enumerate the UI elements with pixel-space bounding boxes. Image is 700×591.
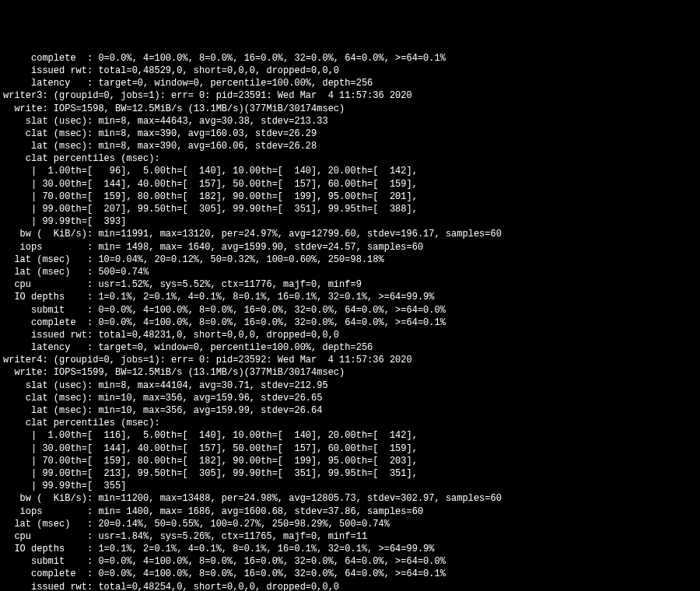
terminal-line: lat (msec): min=8, max=390, avg=160.06, … [3,140,697,152]
terminal-line: latency : target=0, window=0, percentile… [3,341,697,354]
terminal-line: bw ( KiB/s): min=11200, max=13488, per=2… [3,492,697,505]
terminal-line: | 30.00th=[ 144], 40.00th=[ 157], 50.00t… [3,178,697,191]
terminal-line: slat (usec): min=8, max=44643, avg=30.38… [3,115,697,128]
terminal-line: write: IOPS=1599, BW=12.5MiB/s (13.1MB/s… [3,366,697,379]
terminal-line: submit : 0=0.0%, 4=100.0%, 8=0.0%, 16=0.… [3,555,697,568]
terminal-line: slat (usec): min=8, max=44104, avg=30.71… [3,379,697,392]
terminal-line: | 99.00th=[ 207], 99.50th=[ 305], 99.90t… [3,203,697,215]
terminal-line: lat (msec) : 20=0.14%, 50=0.55%, 100=0.2… [3,518,697,530]
terminal-line: IO depths : 1=0.1%, 2=0.1%, 4=0.1%, 8=0.… [3,291,697,303]
terminal-line: submit : 0=0.0%, 4=100.0%, 8=0.0%, 16=0.… [3,304,697,316]
terminal-line: complete : 0=0.0%, 4=100.0%, 8=0.0%, 16=… [3,316,697,329]
terminal-line: writer4: (groupid=0, jobs=1): err= 0: pi… [3,354,697,366]
terminal-output: complete : 0=0.0%, 4=100.0%, 8=0.0%, 16=… [3,52,697,591]
terminal-line: | 70.00th=[ 159], 80.00th=[ 182], 90.00t… [3,191,697,203]
terminal-line: latency : target=0, window=0, percentile… [3,77,697,89]
terminal-line: | 99.99th=[ 393] [3,215,697,228]
terminal-line: lat (msec): min=10, max=356, avg=159.99,… [3,404,697,417]
terminal-line: issued rwt: total=0,48231,0, short=0,0,0… [3,329,697,341]
terminal-line: iops : min= 1498, max= 1640, avg=1599.90… [3,241,697,254]
terminal-line: issued rwt: total=0,48254,0, short=0,0,0… [3,581,697,591]
terminal-line: complete : 0=0.0%, 4=100.0%, 8=0.0%, 16=… [3,568,697,580]
terminal-line: | 99.00th=[ 213], 99.50th=[ 305], 99.90t… [3,467,697,480]
terminal-line: writer3: (groupid=0, jobs=1): err= 0: pi… [3,89,697,102]
terminal-line: cpu : usr=1.84%, sys=5.26%, ctx=11765, m… [3,530,697,543]
terminal-line: lat (msec) : 10=0.04%, 20=0.12%, 50=0.32… [3,254,697,266]
terminal-line: cpu : usr=1.52%, sys=5.52%, ctx=11776, m… [3,278,697,291]
terminal-line: | 30.00th=[ 144], 40.00th=[ 157], 50.00t… [3,442,697,455]
terminal-line: clat (msec): min=10, max=356, avg=159.96… [3,392,697,404]
terminal-line: bw ( KiB/s): min=11991, max=13120, per=2… [3,228,697,240]
terminal-line: lat (msec) : 500=0.74% [3,266,697,278]
terminal-line: clat percentiles (msec): [3,417,697,429]
terminal-line: | 70.00th=[ 159], 80.00th=[ 182], 90.00t… [3,455,697,467]
terminal-line: complete : 0=0.0%, 4=100.0%, 8=0.0%, 16=… [3,52,697,65]
terminal-line: clat percentiles (msec): [3,152,697,165]
terminal-line: clat (msec): min=8, max=390, avg=160.03,… [3,128,697,140]
terminal-line: IO depths : 1=0.1%, 2=0.1%, 4=0.1%, 8=0.… [3,543,697,555]
terminal-line: iops : min= 1400, max= 1686, avg=1600.68… [3,505,697,518]
terminal-line: | 1.00th=[ 96], 5.00th=[ 140], 10.00th=[… [3,165,697,177]
terminal-line: | 1.00th=[ 116], 5.00th=[ 140], 10.00th=… [3,429,697,442]
terminal-line: issued rwt: total=0,48529,0, short=0,0,0… [3,65,697,77]
terminal-line: | 99.99th=[ 355] [3,480,697,492]
terminal-line: write: IOPS=1598, BW=12.5MiB/s (13.1MB/s… [3,103,697,115]
